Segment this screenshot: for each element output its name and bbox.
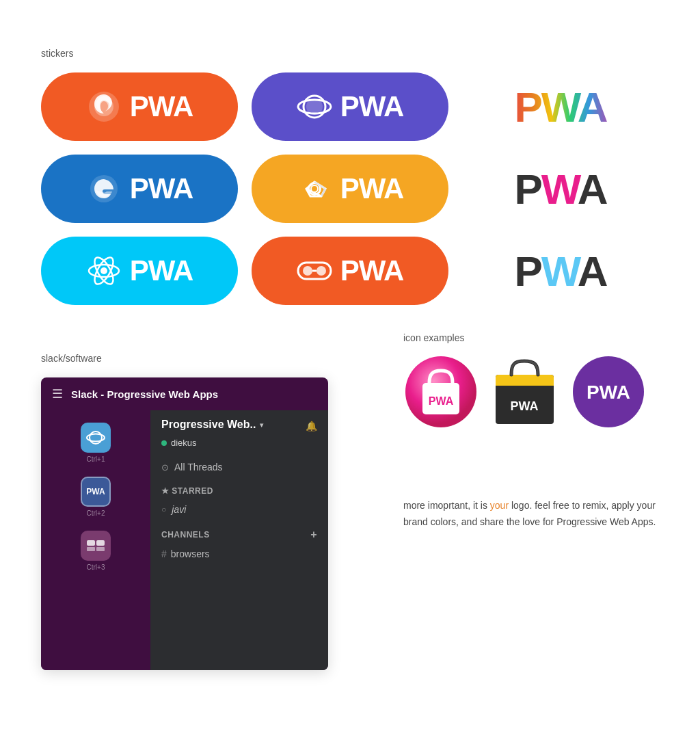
javi-item[interactable]: ○ javi xyxy=(161,501,317,518)
right-section: icon examples xyxy=(403,332,659,670)
slack-section-label: slack/software xyxy=(41,353,376,364)
lightblue-pwa-logo: PWA xyxy=(514,247,606,295)
svg-rect-28 xyxy=(496,380,554,386)
avatar-workspace-icon xyxy=(85,539,106,553)
channel-name: Progressive Web.. ▾ xyxy=(161,418,263,431)
bottom-section: slack/software ☰ Slack - Progressive Web… xyxy=(41,332,659,670)
stickers-grid: PWA PWA PWA PWA xyxy=(41,72,659,305)
svg-rect-19 xyxy=(87,540,95,546)
slack-section: slack/software ☰ Slack - Progressive Web… xyxy=(41,332,376,670)
sticker-chrome: PWA xyxy=(252,155,448,223)
bell-icon[interactable]: 🔔 xyxy=(306,421,317,431)
svg-point-15 xyxy=(303,266,312,276)
svg-point-10 xyxy=(100,267,107,274)
svg-rect-21 xyxy=(87,547,95,551)
ctrl-label-1: Ctrl+1 xyxy=(87,455,105,463)
icon-examples-area: icon examples xyxy=(403,332,659,429)
starred-label: ★ STARRED xyxy=(161,486,213,496)
sticker-lightblue-text: PWA xyxy=(462,237,659,305)
chrome-icon xyxy=(297,171,332,207)
workspace-item-avatar[interactable]: Ctrl+3 xyxy=(41,524,150,578)
svg-text:PWA: PWA xyxy=(429,395,454,407)
edge-icon xyxy=(86,171,122,207)
threads-icon: ⊙ xyxy=(161,462,169,473)
edge-pwa-text: PWA xyxy=(130,172,193,205)
sticker-vr: PWA xyxy=(252,237,448,305)
pink-pwa-logo: PWA xyxy=(514,165,606,213)
rainbow-pwa-logo: PWA xyxy=(514,83,606,131)
hamburger-icon[interactable]: ☰ xyxy=(52,386,63,401)
react-pwa-text: PWA xyxy=(130,254,193,287)
sticker-planet: PWA xyxy=(252,72,448,141)
svg-rect-20 xyxy=(96,540,105,546)
stickers-label: stickers xyxy=(41,48,659,59)
firefox-pwa-text: PWA xyxy=(130,90,193,123)
all-threads-item[interactable]: ⊙ All Threads xyxy=(161,459,317,475)
sticker-rainbow-text: PWA xyxy=(462,72,659,141)
slack-sidebar: Ctrl+1 PWA Ctrl+2 xyxy=(41,410,150,670)
javi-label: javi xyxy=(172,504,186,515)
react-icon xyxy=(86,253,122,289)
slack-window-title: Slack - Progressive Web Apps xyxy=(71,388,218,400)
stickers-section: stickers PWA PWA PWA xyxy=(41,48,659,305)
planet-icon xyxy=(297,89,332,124)
online-dot-icon xyxy=(161,440,167,446)
workspace-icon-planet xyxy=(81,423,111,453)
more-text-section: more imoprtant, it is your logo. feel fr… xyxy=(403,484,659,531)
more-text: more imoprtant, it is your logo. feel fr… xyxy=(403,498,659,531)
channel-hash-icon: # xyxy=(161,548,167,559)
pwa-icon-purple-circle: PWA xyxy=(571,354,646,429)
planet-workspace-icon xyxy=(86,428,105,447)
sticker-edge: PWA xyxy=(41,155,238,223)
ctrl-label-3: Ctrl+3 xyxy=(87,563,105,571)
workspace-item-planet[interactable]: Ctrl+1 xyxy=(41,416,150,470)
sticker-react: PWA xyxy=(41,237,238,305)
dropdown-arrow-icon[interactable]: ▾ xyxy=(260,421,263,429)
svg-rect-22 xyxy=(96,547,105,551)
more-text-highlight: your xyxy=(490,500,509,511)
ctrl-label-2: Ctrl+2 xyxy=(87,509,105,517)
add-channel-icon[interactable]: + xyxy=(310,529,317,541)
dark-bag-icon: PWA xyxy=(492,354,557,429)
workspace-item-pwa[interactable]: PWA Ctrl+2 xyxy=(41,470,150,524)
pwa-icon-pink-circle: PWA xyxy=(403,354,479,429)
starred-section-header: ★ STARRED xyxy=(161,486,317,496)
channels-label: CHANNELS xyxy=(161,530,210,540)
channel-browsers-label: browsers xyxy=(171,548,210,559)
slack-header: ☰ Slack - Progressive Web Apps xyxy=(41,377,328,410)
pink-bag-icon: PWA xyxy=(403,354,479,429)
channel-header-row: Progressive Web.. ▾ 🔔 xyxy=(161,418,317,434)
purple-circle-icon: PWA xyxy=(571,354,646,429)
online-username: diekus xyxy=(171,438,197,448)
icon-examples-label: icon examples xyxy=(403,332,659,343)
svg-text:PWA: PWA xyxy=(510,399,538,413)
svg-text:PWA: PWA xyxy=(587,382,630,403)
online-user-row: diekus xyxy=(161,438,317,448)
channels-section-header: CHANNELS + xyxy=(161,529,317,541)
more-text-before: more imoprtant, it is xyxy=(403,500,490,511)
sticker-firefox: PWA xyxy=(41,72,238,141)
workspace-icon-pwa: PWA xyxy=(81,477,111,507)
planet-pwa-text: PWA xyxy=(340,90,404,123)
all-threads-label: All Threads xyxy=(174,462,223,473)
javi-icon: ○ xyxy=(161,505,166,514)
workspace-icon-avatar xyxy=(81,531,111,561)
vr-pwa-text: PWA xyxy=(340,254,404,287)
vr-icon xyxy=(297,260,332,282)
channel-browsers[interactable]: # browsers xyxy=(161,546,317,561)
icon-examples-row: PWA PWA xyxy=(403,354,659,429)
slack-screenshot: ☰ Slack - Progressive Web Apps xyxy=(41,377,328,670)
channel-name-text: Progressive Web.. xyxy=(161,418,256,431)
svg-point-9 xyxy=(312,186,317,191)
firefox-icon xyxy=(86,89,122,124)
chrome-pwa-text: PWA xyxy=(340,172,404,205)
svg-point-4 xyxy=(306,98,323,115)
svg-point-16 xyxy=(317,266,326,276)
pwa-icon-dark-bag: PWA xyxy=(492,354,557,429)
slack-main-panel: Progressive Web.. ▾ 🔔 diekus ⊙ All Threa… xyxy=(150,410,328,670)
pwa-workspace-label: PWA xyxy=(86,487,105,496)
sticker-pink-text: PWA xyxy=(462,155,659,223)
slack-body: Ctrl+1 PWA Ctrl+2 xyxy=(41,410,328,670)
